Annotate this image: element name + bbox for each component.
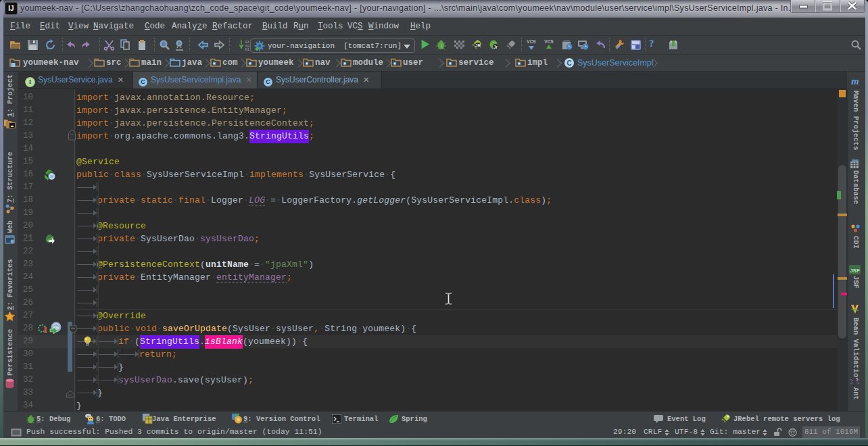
svg-text:01: 01 [245,47,250,51]
svg-text:VCS: VCS [544,39,554,44]
svg-text:Jr: Jr [493,45,498,49]
svg-text:VCS: VCS [527,39,536,44]
svg-text:JR: JR [475,43,481,48]
svg-text:JSF: JSF [850,268,860,274]
svg-text:C: C [566,59,571,67]
